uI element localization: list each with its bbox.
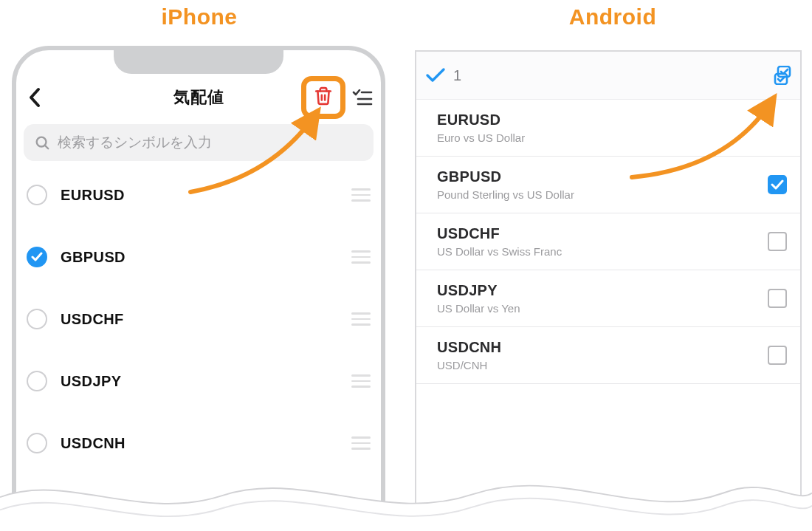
- list-item[interactable]: GBPUSD Pound Sterling vs US Dollar: [416, 157, 800, 213]
- symbol-code: EURUSD: [437, 112, 525, 129]
- android-toolbar: 1: [416, 52, 800, 100]
- iphone-notch: [114, 46, 283, 74]
- symbol-code: USDCHF: [437, 225, 562, 242]
- iphone-device-frame: 気配値: [12, 46, 385, 518]
- symbol-description: Pound Sterling vs US Dollar: [437, 188, 574, 201]
- platform-label-iphone: iPhone: [0, 4, 399, 30]
- symbol-description: US Dollar vs Swiss Franc: [437, 245, 562, 258]
- svg-rect-8: [775, 74, 787, 84]
- list-item[interactable]: EURUSD Euro vs US Dollar: [416, 100, 800, 157]
- drag-handle[interactable]: [351, 436, 371, 450]
- list-item[interactable]: USDCHF US Dollar vs Swiss Franc: [416, 213, 800, 270]
- list-item[interactable]: USDJPY: [16, 350, 381, 412]
- symbol-code: USDJPY: [61, 373, 121, 390]
- chevron-left-icon: [28, 87, 41, 108]
- symbol-code: GBPUSD: [437, 168, 574, 185]
- delete-button-highlight: [301, 76, 345, 119]
- symbol-code: USDCNH: [61, 435, 125, 452]
- check-icon: [425, 67, 446, 83]
- radio-select[interactable]: [27, 309, 47, 329]
- list-item[interactable]: USDCNH: [16, 412, 381, 474]
- symbol-description: US Dollar vs Yen: [437, 302, 520, 315]
- list-item[interactable]: USDJPY US Dollar vs Yen: [416, 270, 800, 327]
- drag-handle[interactable]: [351, 188, 371, 202]
- symbol-code: USDCHF: [61, 311, 124, 328]
- symbol-description: Euro vs US Dollar: [437, 131, 525, 144]
- selection-count-label: 1: [453, 67, 461, 84]
- symbol-code: GBPUSD: [61, 249, 125, 266]
- symbol-description: USD/CNH: [437, 359, 501, 371]
- radio-select[interactable]: [27, 433, 47, 453]
- drag-handle[interactable]: [351, 374, 371, 388]
- platform-label-android: Android: [413, 4, 812, 30]
- check-icon: [31, 252, 43, 262]
- drag-handle[interactable]: [351, 250, 371, 264]
- drag-handle[interactable]: [351, 312, 371, 326]
- trash-icon: [314, 86, 333, 106]
- symbol-code: EURUSD: [61, 187, 125, 204]
- select-all-button[interactable]: [771, 63, 796, 88]
- list-item[interactable]: GBPUSD: [16, 226, 381, 288]
- symbol-code: USDJPY: [437, 282, 520, 299]
- checkbox[interactable]: [768, 232, 787, 251]
- svg-line-6: [45, 145, 48, 148]
- android-device-frame: 1: [415, 50, 802, 518]
- radio-select[interactable]: [27, 371, 47, 391]
- checkbox[interactable]: [768, 346, 787, 365]
- list-item[interactable]: EURUSD: [16, 164, 381, 226]
- delete-button[interactable]: [314, 86, 333, 109]
- search-icon: [34, 134, 50, 151]
- select-all-icon: [774, 66, 793, 85]
- check-icon: [771, 179, 784, 191]
- checkbox[interactable]: [768, 175, 787, 194]
- symbol-list: EURUSD GBPUSD USDCHF USDJPY: [16, 164, 381, 474]
- symbol-code: USDCNH: [437, 339, 501, 356]
- radio-select[interactable]: [27, 185, 47, 205]
- search-input[interactable]: 検索するシンボルを入力: [24, 124, 374, 161]
- checkbox[interactable]: [768, 289, 787, 308]
- ios-navbar: 気配値: [16, 72, 381, 123]
- list-item[interactable]: USDCNH USD/CNH: [416, 327, 800, 384]
- search-placeholder: 検索するシンボルを入力: [58, 133, 212, 152]
- sort-button[interactable]: [350, 85, 375, 110]
- radio-select[interactable]: [27, 247, 47, 267]
- symbol-list: EURUSD Euro vs US Dollar GBPUSD Pound St…: [416, 100, 800, 384]
- svg-rect-7: [778, 66, 790, 77]
- back-button[interactable]: [21, 83, 49, 112]
- list-item[interactable]: USDCHF: [16, 288, 381, 350]
- selection-count: 1: [425, 67, 461, 84]
- sort-checklist-icon: [352, 89, 373, 106]
